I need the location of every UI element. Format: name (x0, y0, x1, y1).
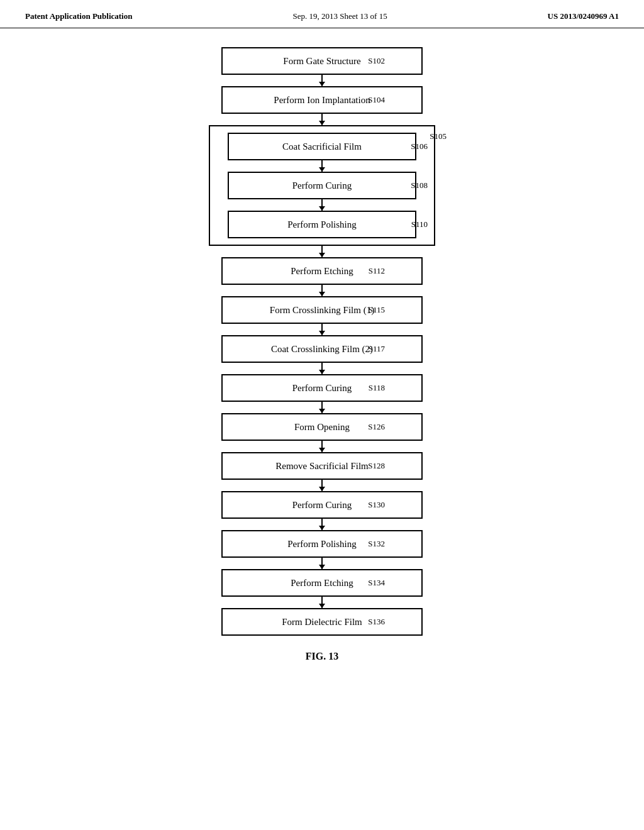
step-s104-code: S104 (368, 95, 385, 105)
step-row-s112: Perform Etching S112 (165, 257, 479, 285)
step-s115-code: S115 (369, 305, 385, 315)
step-s112: Perform Etching S112 (221, 257, 423, 285)
step-s130: Perform Curing S130 (221, 491, 423, 519)
step-s108-code: S108 (411, 180, 428, 191)
arrow-5 (321, 324, 323, 335)
step-s136-label: Form Dielectric Film (282, 617, 362, 628)
step-s102-label: Form Gate Structure (283, 56, 360, 67)
step-row-s126: Form Opening S126 (165, 413, 479, 441)
step-s130-label: Perform Curing (292, 500, 352, 511)
step-s132-label: Perform Polishing (287, 539, 357, 550)
step-s108: Perform Curing (228, 172, 416, 199)
step-s118-code: S118 (369, 383, 385, 393)
arrow-7 (321, 402, 323, 413)
arrow-11 (321, 558, 323, 569)
header-left: Patent Application Publication (25, 11, 132, 21)
step-row-s106: Coat Sacrificial Film S106 (218, 133, 426, 160)
step-s134-code: S134 (368, 578, 385, 588)
step-s110-label: Perform Polishing (287, 219, 357, 230)
step-s112-code: S112 (369, 266, 385, 276)
arrow-1 (321, 75, 323, 86)
step-row-s102: Form Gate Structure S102 (165, 47, 479, 75)
arrow-8 (321, 441, 323, 452)
step-row-s110: Perform Polishing S110 (218, 211, 426, 238)
step-s118-label: Perform Curing (292, 383, 352, 394)
step-s126: Form Opening S126 (221, 413, 423, 441)
step-s128: Remove Sacrificial Film S128 (221, 452, 423, 480)
step-row-s128: Remove Sacrificial Film S128 (165, 452, 479, 480)
step-s118: Perform Curing S118 (221, 374, 423, 402)
step-s134: Perform Etching S134 (221, 569, 423, 597)
step-row-s115: Form Crosslinking Film (1) S115 (165, 296, 479, 324)
step-s126-label: Form Opening (294, 422, 350, 433)
arrow-6 (321, 363, 323, 374)
step-s130-code: S130 (368, 500, 385, 510)
step-row-s134: Perform Etching S134 (165, 569, 479, 597)
step-s128-code: S128 (368, 461, 385, 471)
arrow-2 (321, 114, 323, 125)
step-s117-label: Coat Crosslinking Film (2) (271, 344, 373, 355)
step-row-s117: Coat Crosslinking Film (2) S117 (165, 335, 479, 363)
step-s104-label: Perform Ion Implantation (274, 95, 370, 106)
step-s106-code: S106 (411, 141, 428, 152)
step-s106: Coat Sacrificial Film (228, 133, 416, 160)
step-s117-code: S117 (369, 344, 385, 354)
main-content: Form Gate Structure S102 Perform Ion Imp… (0, 28, 644, 675)
header-right: US 2013/0240969 A1 (548, 11, 619, 21)
step-s102: Form Gate Structure S102 (221, 47, 423, 75)
step-s106-label: Coat Sacrificial Film (282, 141, 362, 152)
step-s112-label: Perform Etching (291, 266, 353, 277)
step-row-s136: Form Dielectric Film S136 (165, 608, 479, 636)
arrow-4 (321, 285, 323, 296)
step-s115-label: Form Crosslinking Film (1) (270, 305, 374, 316)
step-s110: Perform Polishing (228, 211, 416, 238)
step-row-s108: Perform Curing S108 (218, 172, 426, 199)
arrow-3 (321, 246, 323, 257)
arrow-inner-1 (321, 160, 323, 172)
step-s132: Perform Polishing S132 (221, 530, 423, 558)
step-row-s130: Perform Curing S130 (165, 491, 479, 519)
arrow-9 (321, 480, 323, 491)
step-s102-code: S102 (368, 56, 385, 66)
step-s136-code: S136 (368, 617, 385, 627)
step-s104: Perform Ion Implantation S104 (221, 86, 423, 114)
step-s132-code: S132 (368, 539, 385, 549)
page-header: Patent Application Publication Sep. 19, … (0, 0, 644, 28)
group-s105: Coat Sacrificial Film S106 Perform Curin… (209, 125, 435, 246)
group-s105-label: S105 (430, 131, 447, 141)
header-center: Sep. 19, 2013 Sheet 13 of 15 (292, 11, 387, 21)
step-row-s118: Perform Curing S118 (165, 374, 479, 402)
step-s108-label: Perform Curing (292, 180, 352, 191)
step-s126-code: S126 (368, 422, 385, 432)
flowchart: Form Gate Structure S102 Perform Ion Imp… (165, 47, 479, 662)
step-s136: Form Dielectric Film S136 (221, 608, 423, 636)
group-s105-wrapper: Coat Sacrificial Film S106 Perform Curin… (165, 125, 479, 246)
step-row-s104: Perform Ion Implantation S104 (165, 86, 479, 114)
step-s128-label: Remove Sacrificial Film (275, 461, 368, 472)
step-s115: Form Crosslinking Film (1) S115 (221, 296, 423, 324)
arrow-12 (321, 597, 323, 608)
step-s134-label: Perform Etching (291, 578, 353, 589)
step-s117: Coat Crosslinking Film (2) S117 (221, 335, 423, 363)
step-s110-code: S110 (411, 219, 428, 230)
figure-caption: FIG. 13 (306, 651, 338, 662)
arrow-10 (321, 519, 323, 530)
arrow-inner-2 (321, 199, 323, 211)
step-row-s132: Perform Polishing S132 (165, 530, 479, 558)
